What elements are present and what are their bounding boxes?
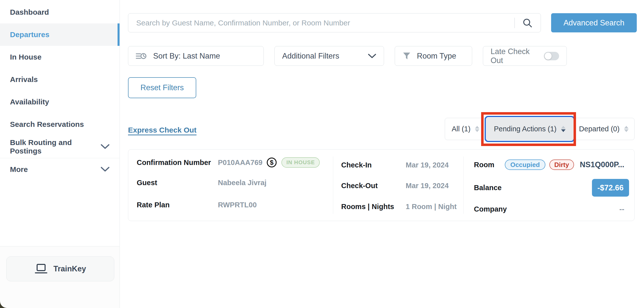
- sidebar-item-label: Dashboard: [10, 8, 49, 17]
- tab-all[interactable]: All (1): [445, 118, 486, 140]
- company-value: --: [619, 205, 624, 213]
- laptop-icon: [34, 264, 48, 274]
- check-out-label: Check-Out: [341, 182, 406, 190]
- advanced-search-button[interactable]: Advanced Search: [551, 13, 637, 32]
- confirmation-label: Confirmation Number: [137, 158, 218, 167]
- sort-arrows-icon: [624, 126, 628, 132]
- chevron-down-icon: [100, 144, 110, 150]
- card-column-reservation: Confirmation Number P010AAA769 $ IN HOUS…: [128, 150, 333, 221]
- sidebar-item-search-reservations[interactable]: Search Reservations: [0, 113, 120, 136]
- tab-departed-label: Departed (0): [579, 125, 620, 133]
- guest-row: Guest Nabeela Jivraj: [137, 177, 328, 188]
- search-bar: [128, 13, 541, 32]
- status-tabs: All (1) Pending Actions (1) Departed (0): [445, 118, 634, 140]
- sidebar-item-label: More: [10, 165, 28, 174]
- tab-departed[interactable]: Departed (0): [573, 118, 634, 140]
- balance-amount-button[interactable]: -$72.66: [592, 179, 629, 197]
- sidebar-item-label: Arrivals: [10, 75, 38, 84]
- trainkey-button[interactable]: TrainKey: [6, 256, 114, 281]
- guest-label: Guest: [137, 179, 218, 187]
- rooms-nights-row: Rooms | Nights 1 Room | Night: [341, 201, 457, 212]
- reset-filters-button[interactable]: Reset Filters: [128, 77, 196, 98]
- reservation-card[interactable]: Confirmation Number P010AAA769 $ IN HOUS…: [128, 149, 634, 221]
- sidebar-item-label: Availability: [10, 98, 49, 106]
- sidebar-item-in-house[interactable]: In House: [0, 46, 120, 68]
- express-check-out-link[interactable]: Express Check Out: [128, 126, 196, 134]
- sidebar-item-label: Departures: [10, 31, 49, 39]
- check-out-row: Check-Out Mar 19, 2024: [341, 180, 449, 191]
- tab-all-label: All (1): [452, 125, 471, 133]
- late-check-out-toggle[interactable]: [544, 52, 559, 60]
- tab-pending-actions[interactable]: Pending Actions (1): [486, 118, 573, 140]
- search-input[interactable]: [128, 14, 514, 32]
- card-column-dates: Check-In Mar 19, 2024 Check-Out Mar 19, …: [333, 150, 464, 221]
- check-in-row: Check-In Mar 19, 2024: [341, 159, 449, 170]
- company-row: Company --: [474, 203, 624, 215]
- tab-pending-label: Pending Actions (1): [494, 125, 556, 133]
- card-column-room-balance: Room Occupied Dirty NS1Q000P... Balance …: [464, 150, 634, 221]
- rate-plan-label: Rate Plan: [137, 201, 218, 209]
- dollar-circle-icon[interactable]: $: [266, 157, 277, 168]
- sidebar: Dashboard Departures In House Arrivals A…: [0, 0, 120, 308]
- check-in-date: Mar 19, 2024: [406, 161, 449, 169]
- additional-filters-dropdown[interactable]: Additional Filters: [274, 46, 384, 66]
- search-icon[interactable]: [522, 18, 533, 28]
- sidebar-item-label: In House: [10, 53, 42, 61]
- sidebar-item-label: Search Reservations: [10, 120, 84, 129]
- sidebar-item-bulk-routing[interactable]: Bulk Routing and Postings: [0, 136, 120, 158]
- room-label: Room: [474, 161, 494, 169]
- company-label: Company: [474, 205, 507, 213]
- sidebar-item-more[interactable]: More: [0, 158, 120, 180]
- main-content: Advanced Search Sort By: Last Name Addit…: [120, 0, 644, 308]
- chevron-down-icon: [368, 54, 376, 59]
- additional-filters-label: Additional Filters: [282, 52, 339, 61]
- funnel-icon: [402, 52, 411, 60]
- balance-label: Balance: [474, 184, 502, 192]
- sidebar-nav: Dashboard Departures In House Arrivals A…: [0, 0, 120, 180]
- dirty-badge: Dirty: [549, 159, 574, 170]
- late-check-out-label: Late Check Out: [490, 47, 544, 65]
- room-number: NS1Q000P...: [580, 160, 624, 169]
- sidebar-footer: TrainKey: [0, 246, 120, 308]
- toggle-knob: [545, 53, 552, 60]
- in-house-badge: IN HOUSE: [282, 157, 320, 168]
- sort-clock-icon: [136, 52, 147, 61]
- chevron-down-icon: [100, 167, 110, 172]
- sort-arrows-icon: [475, 126, 480, 132]
- confirmation-number: P010AAA769: [218, 158, 262, 167]
- room-row: Room Occupied Dirty NS1Q000P...: [474, 159, 624, 171]
- check-out-date: Mar 19, 2024: [406, 182, 449, 190]
- sidebar-item-dashboard[interactable]: Dashboard: [0, 1, 120, 24]
- sidebar-item-departures[interactable]: Departures: [0, 24, 120, 46]
- confirmation-row: Confirmation Number P010AAA769 $ IN HOUS…: [137, 157, 328, 168]
- check-in-label: Check-In: [341, 161, 406, 169]
- sidebar-item-label: Bulk Routing and Postings: [10, 138, 100, 155]
- guest-name: Nabeela Jivraj: [218, 179, 266, 187]
- trainkey-label: TrainKey: [54, 264, 86, 273]
- sidebar-item-availability[interactable]: Availability: [0, 91, 120, 113]
- svg-text:$: $: [270, 159, 274, 166]
- rooms-nights-label: Rooms | Nights: [341, 203, 406, 211]
- room-type-label: Room Type: [417, 52, 456, 61]
- sidebar-item-arrivals[interactable]: Arrivals: [0, 68, 120, 91]
- occupied-badge: Occupied: [505, 159, 545, 170]
- rate-plan-row: Rate Plan RWPRTL00: [137, 199, 328, 210]
- sort-arrows-icon: [561, 126, 566, 132]
- late-check-out-filter: Late Check Out: [483, 46, 567, 66]
- sort-by-dropdown[interactable]: Sort By: Last Name: [128, 46, 264, 66]
- search-divider: [514, 18, 515, 28]
- sort-by-label: Sort By: Last Name: [153, 52, 220, 61]
- room-type-filter[interactable]: Room Type: [395, 46, 472, 66]
- rate-plan-value: RWPRTL00: [218, 201, 257, 209]
- rooms-nights-value: 1 Room | Night: [406, 203, 457, 211]
